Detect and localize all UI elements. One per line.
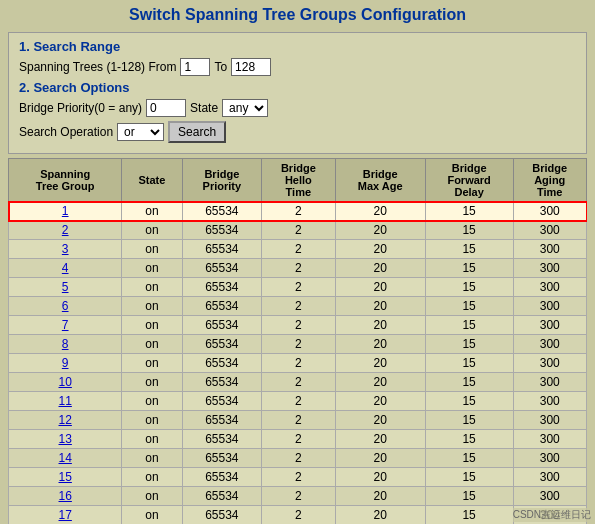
cell-aging: 300 <box>513 468 586 487</box>
col-header-fwd: BridgeForwardDelay <box>425 159 513 202</box>
cell-priority: 65534 <box>182 354 262 373</box>
table-row: 2on6553422015300 <box>9 221 587 240</box>
search-range-row: Spanning Trees (1-128) From To <box>19 58 576 76</box>
table-row: 10on6553422015300 <box>9 373 587 392</box>
cell-fwd: 15 <box>425 468 513 487</box>
cell-hello: 2 <box>262 259 335 278</box>
cell-id[interactable]: 11 <box>9 392 122 411</box>
cell-aging: 300 <box>513 297 586 316</box>
cell-id[interactable]: 6 <box>9 297 122 316</box>
cell-maxage: 20 <box>335 411 425 430</box>
cell-id[interactable]: 13 <box>9 430 122 449</box>
table-row: 17on6553422015300 <box>9 506 587 525</box>
col-header-maxage: BridgeMax Age <box>335 159 425 202</box>
cell-id[interactable]: 1 <box>9 202 122 221</box>
cell-hello: 2 <box>262 240 335 259</box>
op-select[interactable]: or and <box>117 123 164 141</box>
cell-hello: 2 <box>262 392 335 411</box>
cell-state: on <box>122 335 182 354</box>
cell-id[interactable]: 9 <box>9 354 122 373</box>
table-row: 4on6553422015300 <box>9 259 587 278</box>
table-row: 15on6553422015300 <box>9 468 587 487</box>
cell-maxage: 20 <box>335 487 425 506</box>
cell-state: on <box>122 487 182 506</box>
cell-aging: 300 <box>513 411 586 430</box>
watermark: CSDN吉运维日记 <box>513 508 591 522</box>
cell-fwd: 15 <box>425 316 513 335</box>
cell-priority: 65534 <box>182 335 262 354</box>
state-select[interactable]: any on off <box>222 99 268 117</box>
cell-id[interactable]: 17 <box>9 506 122 525</box>
cell-aging: 300 <box>513 316 586 335</box>
cell-state: on <box>122 430 182 449</box>
to-input[interactable] <box>231 58 271 76</box>
cell-maxage: 20 <box>335 373 425 392</box>
cell-id[interactable]: 12 <box>9 411 122 430</box>
cell-maxage: 20 <box>335 278 425 297</box>
cell-id[interactable]: 16 <box>9 487 122 506</box>
to-label: To <box>214 60 227 74</box>
cell-id[interactable]: 4 <box>9 259 122 278</box>
from-input[interactable] <box>180 58 210 76</box>
search-options-row1: Bridge Priority(0 = any) State any on of… <box>19 99 576 117</box>
cell-id[interactable]: 8 <box>9 335 122 354</box>
cell-state: on <box>122 411 182 430</box>
cell-id[interactable]: 7 <box>9 316 122 335</box>
cell-maxage: 20 <box>335 430 425 449</box>
cell-aging: 300 <box>513 221 586 240</box>
cell-hello: 2 <box>262 430 335 449</box>
table-row: 8on6553422015300 <box>9 335 587 354</box>
cell-fwd: 15 <box>425 392 513 411</box>
cell-hello: 2 <box>262 278 335 297</box>
cell-maxage: 20 <box>335 392 425 411</box>
cell-maxage: 20 <box>335 506 425 525</box>
table-container: SpanningTree Group State BridgePriority … <box>8 158 587 524</box>
cell-hello: 2 <box>262 468 335 487</box>
search-options-header: 2. Search Options <box>19 80 576 95</box>
cell-priority: 65534 <box>182 411 262 430</box>
page-title: Switch Spanning Tree Groups Configuratio… <box>0 0 595 28</box>
cell-state: on <box>122 278 182 297</box>
cell-maxage: 20 <box>335 449 425 468</box>
cell-maxage: 20 <box>335 202 425 221</box>
cell-id[interactable]: 10 <box>9 373 122 392</box>
cell-priority: 65534 <box>182 278 262 297</box>
cell-priority: 65534 <box>182 202 262 221</box>
cell-aging: 300 <box>513 259 586 278</box>
cell-hello: 2 <box>262 373 335 392</box>
cell-aging: 300 <box>513 373 586 392</box>
cell-id[interactable]: 14 <box>9 449 122 468</box>
cell-hello: 2 <box>262 335 335 354</box>
cell-priority: 65534 <box>182 297 262 316</box>
cell-id[interactable]: 5 <box>9 278 122 297</box>
cell-priority: 65534 <box>182 392 262 411</box>
cell-id[interactable]: 2 <box>9 221 122 240</box>
table-row: 16on6553422015300 <box>9 487 587 506</box>
cell-hello: 2 <box>262 487 335 506</box>
cell-fwd: 15 <box>425 506 513 525</box>
cell-fwd: 15 <box>425 278 513 297</box>
cell-id[interactable]: 15 <box>9 468 122 487</box>
table-row: 6on6553422015300 <box>9 297 587 316</box>
cell-priority: 65534 <box>182 506 262 525</box>
cell-state: on <box>122 468 182 487</box>
cell-maxage: 20 <box>335 259 425 278</box>
cell-aging: 300 <box>513 392 586 411</box>
cell-fwd: 15 <box>425 411 513 430</box>
cell-aging: 300 <box>513 240 586 259</box>
search-button[interactable]: Search <box>168 121 226 143</box>
cell-maxage: 20 <box>335 335 425 354</box>
priority-input[interactable] <box>146 99 186 117</box>
cell-aging: 300 <box>513 449 586 468</box>
cell-id[interactable]: 3 <box>9 240 122 259</box>
col-header-state: State <box>122 159 182 202</box>
cell-state: on <box>122 202 182 221</box>
cell-fwd: 15 <box>425 259 513 278</box>
table-row: 14on6553422015300 <box>9 449 587 468</box>
cell-hello: 2 <box>262 221 335 240</box>
cell-priority: 65534 <box>182 240 262 259</box>
table-row: 1on6553422015300 <box>9 202 587 221</box>
col-header-aging: BridgeAgingTime <box>513 159 586 202</box>
col-header-hello: BridgeHelloTime <box>262 159 335 202</box>
table-row: 3on6553422015300 <box>9 240 587 259</box>
